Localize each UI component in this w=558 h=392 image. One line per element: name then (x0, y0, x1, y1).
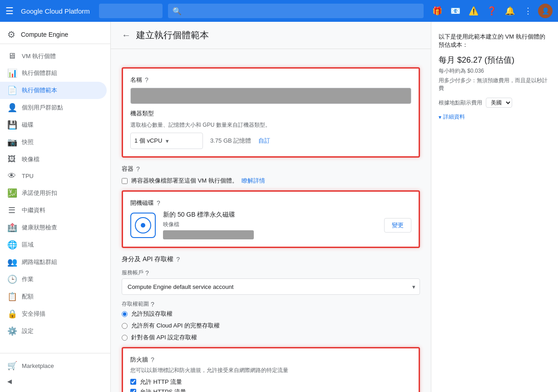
pricing-amount: 每月 $26.27 (預估值) (439, 55, 551, 65)
sidebar-item-users[interactable]: 👤 個別用戶群節點 (0, 99, 107, 116)
notification-icon[interactable]: 🔔 (502, 3, 518, 19)
search-input[interactable] (168, 4, 424, 18)
machine-type-section: 機器類型 選取核心數量、記憶體大小和 GPU 數量來自訂機器類型。 1 個 vC… (130, 109, 411, 149)
name-label: 名稱 ? (130, 76, 411, 84)
disk-info: 新的 50 GB 標準永久磁碟 映像檔 (163, 211, 377, 239)
sidebar-footer: 🛒 Marketplace ◀ (0, 353, 110, 392)
sidebar-item-health-label: 健康狀態檢查 (22, 223, 57, 232)
radio-custom-input[interactable] (122, 335, 128, 341)
page-title: 建立執行個體範本 (136, 29, 209, 41)
identity-section: 身分及 API 存取權 ? 服務帳戶 ? Compute Engine defa… (122, 255, 420, 342)
sidebar-item-job[interactable]: 🕒 作業 (0, 271, 107, 288)
firewall-desc: 您可以以新增標記和防火牆規，允許接受來自網際網路的特定流量 (130, 367, 411, 374)
region-select[interactable]: 美國 (486, 98, 512, 108)
sidebar-item-quota[interactable]: 📋 配額 (0, 288, 107, 305)
disk-dot (141, 223, 145, 228)
sidebar-item-users-label: 個別用戶群節點 (22, 104, 63, 112)
machine-type-label: 機器類型 (130, 109, 411, 118)
email-icon[interactable]: 📧 (447, 3, 464, 19)
discount-icon: 💹 (7, 188, 16, 198)
radio-default[interactable]: 允許預設存取權 (122, 310, 420, 318)
project-selector[interactable] (99, 4, 163, 18)
radio-all-input[interactable] (122, 323, 128, 329)
avatar[interactable]: 👤 (538, 4, 553, 18)
sidebar-item-zone-label: 區域 (22, 241, 34, 249)
gift-icon[interactable]: 🎁 (429, 3, 445, 19)
boot-disk-section: 開機磁碟 ? 新的 50 GB 標準永久磁碟 映像檔 (122, 190, 420, 248)
container-checkbox[interactable] (122, 178, 128, 184)
radio-all[interactable]: 允許所有 Cloud API 的完整存取權 (122, 322, 420, 330)
sidebar-item-security-label: 安全掃描 (22, 310, 45, 318)
firewall-http-item[interactable]: 允許 HTTP 流量 (130, 378, 411, 386)
boot-disk-label: 開機磁碟 ? (130, 199, 411, 207)
image-icon: 🖼 (7, 154, 16, 164)
pricing-note: 用多少付多少：無須預繳費用，而且是以秒計費 (439, 77, 551, 92)
sidebar-item-settings[interactable]: ⚙️ 設定 (0, 323, 107, 340)
name-help-icon[interactable]: ? (145, 76, 148, 84)
sidebar-item-security[interactable]: 🔒 安全掃描 (0, 305, 107, 323)
vm-icon: 🖥 (7, 51, 16, 61)
radio-default-input[interactable] (122, 311, 128, 317)
back-button[interactable]: ← (122, 30, 131, 40)
sidebar-item-image[interactable]: 🖼 映像檔 (0, 151, 107, 168)
disk-image-bar (163, 230, 254, 239)
page-header: ← 建立執行個體範本 (111, 22, 431, 49)
form-content: 名稱 ? 機器類型 選取核心數量、記憶體大小和 GPU 數量來自訂機器類型。 (111, 49, 431, 392)
boot-disk-help-icon[interactable]: ? (157, 199, 160, 207)
sidebar-item-disk[interactable]: 💾 磁碟 (0, 116, 107, 134)
sidebar-item-marketplace[interactable]: 🛒 Marketplace (0, 357, 107, 374)
more-icon[interactable]: ⋮ (520, 3, 536, 19)
vcpu-select[interactable]: 1 個 vCPU ▾ (130, 133, 203, 149)
sidebar-item-discount-label: 承諾使用折扣 (22, 189, 57, 197)
firewall-https-checkbox[interactable] (130, 389, 136, 392)
sidebar-item-quota-label: 配額 (22, 293, 34, 301)
sidebar-item-relay[interactable]: ☰ 中繼資料 (0, 202, 107, 219)
sidebar-item-tpu[interactable]: 👁 TPU (0, 168, 107, 184)
change-disk-button[interactable]: 變更 (384, 218, 411, 233)
access-scope-help-icon[interactable]: ? (151, 301, 154, 308)
custom-link[interactable]: 自訂 (258, 137, 270, 145)
sidebar-item-discount[interactable]: 💹 承諾使用折扣 (0, 184, 107, 202)
main-form: ← 建立執行個體範本 名稱 ? (111, 22, 431, 392)
collapse-sidebar-button[interactable]: ◀ (0, 374, 110, 388)
firewall-https-item[interactable]: 允許 HTTPS 流量 (130, 388, 411, 392)
sidebar-item-health[interactable]: 🏥 健康狀態檢查 (0, 219, 107, 236)
sidebar-item-groups[interactable]: 📊 執行個體群組 (0, 65, 107, 82)
menu-icon[interactable]: ☰ (5, 5, 14, 16)
main-layout: ⚙ Compute Engine 🖥 VM 執行個體 📊 執行個體群組 📄 執行… (0, 22, 558, 392)
sidebar-item-groups-label: 執行個體群組 (22, 69, 57, 77)
sidebar-item-zone[interactable]: 🌐 區域 (0, 236, 107, 253)
service-account-help-icon[interactable]: ? (145, 269, 149, 277)
groups-icon: 📊 (7, 68, 16, 78)
help-icon[interactable]: ❓ (484, 3, 500, 19)
sidebar-item-tpu-label: TPU (22, 173, 34, 179)
access-scope-label: 存取權範圍 ? (122, 300, 420, 308)
container-learn-link[interactable]: 瞭解詳情 (242, 177, 265, 185)
sidebar-item-network-label: 網路端點群組 (22, 258, 57, 266)
firewall-http-checkbox[interactable] (130, 379, 136, 385)
sidebar-item-snapshot[interactable]: 📷 快照 (0, 134, 107, 151)
details-link[interactable]: ▾ 詳細資料 (439, 113, 551, 121)
access-scope-radio-group: 允許預設存取權 允許所有 Cloud API 的完整存取權 針對各個 API 設… (122, 310, 420, 342)
sidebar-nav: 🖥 VM 執行個體 📊 執行個體群組 📄 執行個體範本 👤 個別用戶群節點 💾 … (0, 44, 110, 353)
firewall-help-icon[interactable]: ? (151, 356, 154, 363)
sidebar: ⚙ Compute Engine 🖥 VM 執行個體 📊 執行個體群組 📄 執行… (0, 22, 111, 392)
radio-custom[interactable]: 針對各個 API 設定存取權 (122, 333, 420, 342)
topbar-icons: 🎁 📧 ⚠️ ❓ 🔔 ⋮ 👤 (429, 3, 553, 19)
app-logo: Google Cloud Platform (21, 7, 90, 15)
service-account-select[interactable]: Compute Engine default service account (122, 278, 420, 295)
disk-nav-icon: 💾 (7, 120, 16, 130)
container-help-icon[interactable]: ? (136, 165, 140, 173)
disk-image-label: 映像檔 (163, 221, 377, 228)
sidebar-item-template[interactable]: 📄 執行個體範本 (0, 82, 107, 99)
alert-icon[interactable]: ⚠️ (465, 3, 482, 19)
sidebar-header: ⚙ Compute Engine (0, 22, 110, 44)
two-col-content: ← 建立執行個體範本 名稱 ? (111, 22, 558, 392)
tpu-icon: 👁 (7, 171, 16, 181)
quota-icon: 📋 (7, 292, 16, 302)
identity-help-icon[interactable]: ? (176, 256, 180, 263)
sidebar-item-network[interactable]: 👥 網路端點群組 (0, 253, 107, 271)
sidebar-item-settings-label: 設定 (22, 327, 34, 335)
sidebar-item-vm[interactable]: 🖥 VM 執行個體 (0, 48, 107, 65)
sidebar-item-disk-label: 磁碟 (22, 121, 34, 129)
